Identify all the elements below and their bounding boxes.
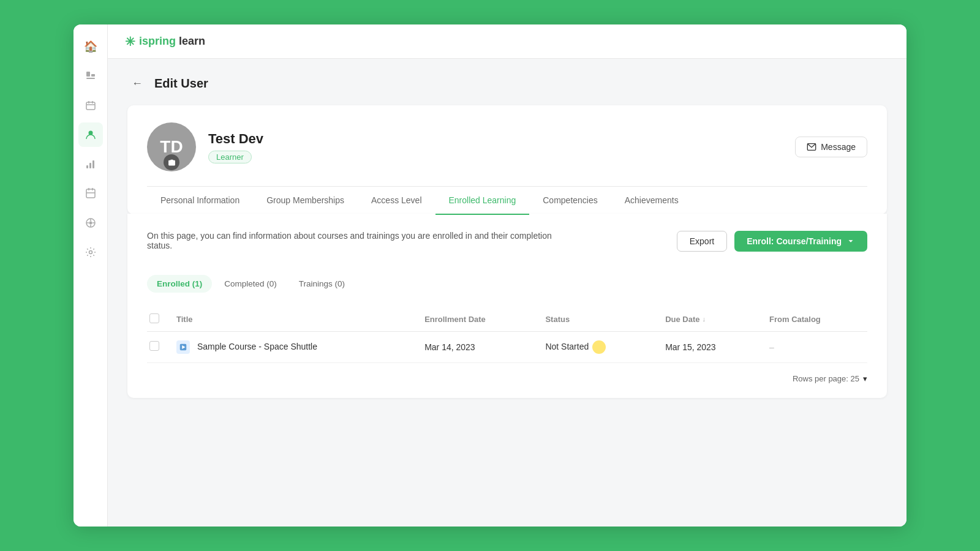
logo-icon: ✳ (125, 34, 135, 49)
page-title: Edit User (154, 77, 208, 91)
user-name: Test Dev (208, 131, 263, 147)
enroll-button[interactable]: Enroll: Course/Training (734, 231, 867, 252)
svg-point-16 (89, 222, 92, 225)
col-title: Title (169, 307, 417, 332)
row-status-cell: Not Started (538, 331, 658, 362)
col-from-catalog: From Catalog (762, 307, 867, 332)
svg-rect-11 (86, 189, 95, 198)
row-checkbox[interactable] (149, 341, 159, 351)
tab-description: On this page, you can find information a… (147, 231, 564, 250)
sidebar: 🏠 (74, 24, 108, 527)
rows-per-page-label: Rows per page: 25 (793, 374, 859, 383)
logo-text: ispring learn (139, 35, 205, 48)
message-button-label: Message (821, 142, 856, 152)
content-area: ← Edit User TD (108, 59, 907, 527)
tabs: Personal Information Group Memberships A… (147, 186, 867, 214)
due-date-sort[interactable]: Due Date ↓ (665, 315, 706, 324)
row-checkbox-cell (147, 331, 169, 362)
col-status: Status (538, 307, 658, 332)
row-status: Not Started (545, 341, 589, 351)
sidebar-item-analytics[interactable] (78, 152, 103, 176)
svg-rect-8 (86, 165, 88, 168)
select-all-checkbox[interactable] (149, 313, 159, 323)
table-row: Sample Course - Space Shuttle Mar 14, 20… (147, 331, 867, 362)
row-due-date: Mar 15, 2023 (658, 331, 762, 362)
sub-tabs: Enrolled (1) Completed (0) Trainings (0) (147, 275, 867, 293)
tab-enrolled-learning[interactable]: Enrolled Learning (435, 187, 530, 215)
sidebar-item-calendar[interactable] (78, 93, 103, 118)
app-window: 🏠 (74, 24, 907, 527)
app-logo: ✳ ispring learn (125, 34, 205, 49)
tab-competencies[interactable]: Competencies (529, 187, 611, 215)
avatar-camera-button[interactable] (164, 154, 179, 170)
sub-tab-enrolled[interactable]: Enrolled (1) (147, 275, 212, 293)
sidebar-item-settings[interactable] (78, 240, 103, 264)
svg-point-21 (89, 251, 92, 254)
rows-per-page-control: Rows per page: 25 ▾ (147, 374, 867, 383)
sidebar-item-home[interactable]: 🏠 (78, 34, 103, 59)
cursor-indicator (592, 340, 606, 354)
sidebar-item-reports[interactable] (78, 64, 103, 88)
col-enrollment-date: Enrollment Date (417, 307, 538, 332)
row-title: Sample Course - Space Shuttle (197, 341, 317, 351)
user-info-left: TD Test Dev Learner (147, 122, 263, 171)
row-enrollment-date: Mar 14, 2023 (417, 331, 538, 362)
sub-tab-trainings[interactable]: Trainings (0) (289, 275, 355, 293)
svg-rect-9 (89, 163, 91, 168)
user-card: TD Test Dev Learner (127, 105, 887, 214)
action-bar: Export Enroll: Course/Training (677, 231, 867, 252)
tab-achievements[interactable]: Achievements (611, 187, 692, 215)
col-checkbox (147, 307, 169, 332)
svg-rect-1 (91, 74, 95, 77)
sub-tab-completed[interactable]: Completed (0) (214, 275, 287, 293)
svg-rect-2 (86, 78, 95, 79)
rows-per-page-chevron[interactable]: ▾ (863, 374, 867, 383)
top-bar: ✳ ispring learn (108, 24, 907, 59)
sort-arrow-icon: ↓ (703, 315, 706, 323)
svg-rect-3 (86, 102, 95, 110)
course-icon (176, 340, 190, 354)
tab-group-memberships[interactable]: Group Memberships (253, 187, 358, 215)
row-from-catalog: – (762, 331, 867, 362)
enrollments-table: Title Enrollment Date Status Due Date ↓ … (147, 307, 867, 363)
tab-access-level[interactable]: Access Level (358, 187, 435, 215)
page-header: ← Edit User (127, 73, 887, 93)
sidebar-item-users[interactable] (78, 122, 103, 147)
tab-panel-enrolled-learning: On this page, you can find information a… (127, 214, 887, 398)
enroll-button-label: Enroll: Course/Training (747, 236, 842, 246)
back-button[interactable]: ← (127, 73, 147, 93)
row-title-cell: Sample Course - Space Shuttle (169, 331, 417, 362)
user-info-row: TD Test Dev Learner (147, 122, 867, 171)
user-details: Test Dev Learner (208, 131, 263, 163)
svg-rect-0 (86, 72, 90, 77)
col-due-date[interactable]: Due Date ↓ (658, 307, 762, 332)
main-content: ✳ ispring learn ← Edit User TD (108, 24, 907, 527)
user-role-badge: Learner (208, 151, 252, 163)
sidebar-item-automation[interactable] (78, 211, 103, 235)
export-button[interactable]: Export (677, 231, 727, 252)
sidebar-item-schedule[interactable] (78, 181, 103, 206)
table-header-row: Title Enrollment Date Status Due Date ↓ … (147, 307, 867, 332)
avatar-wrapper: TD (147, 122, 196, 171)
svg-rect-10 (92, 160, 94, 168)
message-button[interactable]: Message (795, 137, 867, 157)
tab-personal-information[interactable]: Personal Information (147, 187, 253, 215)
